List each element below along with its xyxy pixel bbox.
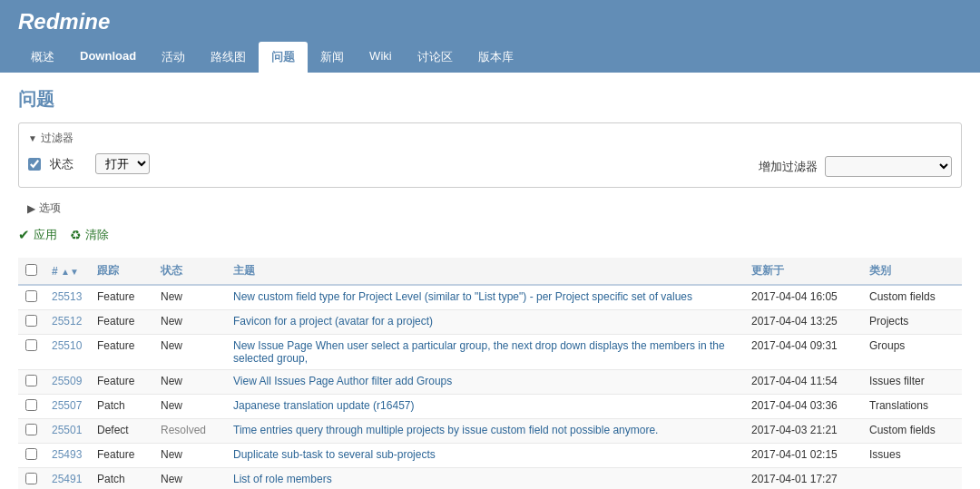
clear-label: 清除 <box>85 227 109 243</box>
issue-subject-link[interactable]: Duplicate sub-task to several sub-projec… <box>233 448 436 461</box>
check-icon: ✔ <box>18 227 30 243</box>
row-checkbox[interactable] <box>25 375 37 386</box>
row-subject: Time entries query through multiple proj… <box>226 419 744 444</box>
row-checkbox-cell <box>18 310 44 335</box>
status-filter-label: 状态 <box>50 156 86 172</box>
nav-item-2[interactable]: 活动 <box>149 42 198 73</box>
row-checkbox-cell <box>18 468 44 490</box>
issue-id-link[interactable]: 25509 <box>52 375 82 387</box>
row-status: New <box>153 310 226 335</box>
add-filter-select[interactable] <box>825 156 952 177</box>
row-status: New <box>153 444 226 468</box>
row-id: 25512 <box>44 310 90 335</box>
clear-button[interactable]: ♻ 清除 <box>70 227 109 243</box>
options-triangle-icon: ▶ <box>27 202 35 215</box>
th-updated[interactable]: 更新于 <box>744 258 862 285</box>
issue-subject-link[interactable]: New custom field type for Project Level … <box>233 290 692 303</box>
table-row: 25512FeatureNewFavicon for a project (av… <box>18 310 962 335</box>
issue-id-link[interactable]: 25493 <box>52 448 82 461</box>
app-header: Redmine 概述Download活动路线图问题新闻Wiki讨论区版本库 <box>0 0 980 73</box>
row-tracker: Feature <box>90 370 153 395</box>
issue-subject-link[interactable]: List of role members <box>233 473 332 485</box>
row-subject: New custom field type for Project Level … <box>226 285 744 310</box>
row-subject: Duplicate sub-task to several sub-projec… <box>226 444 744 468</box>
status-filter-select[interactable]: 打开 <box>95 153 150 174</box>
row-checkbox-cell <box>18 419 44 444</box>
row-checkbox[interactable] <box>25 290 37 302</box>
issue-id-link[interactable]: 25507 <box>52 399 82 412</box>
issue-subject-link[interactable]: Favicon for a project (avatar for a proj… <box>233 315 433 328</box>
table-row: 25493FeatureNewDuplicate sub-task to sev… <box>18 444 962 468</box>
row-status: New <box>153 285 226 310</box>
nav-item-7[interactable]: 讨论区 <box>405 42 466 73</box>
row-subject: List of role members <box>226 468 744 490</box>
nav-item-3[interactable]: 路线图 <box>198 42 259 73</box>
select-all-checkbox[interactable] <box>25 264 37 276</box>
nav-item-4[interactable]: 问题 <box>259 42 308 73</box>
th-id[interactable]: # ▲▼ <box>44 258 90 285</box>
row-tracker: Patch <box>90 468 153 490</box>
table-row: 25507PatchNewJapanese translation update… <box>18 395 962 419</box>
row-category: Groups <box>862 335 962 370</box>
nav-item-6[interactable]: Wiki <box>357 42 405 73</box>
issue-subject-link[interactable]: Time entries query through multiple proj… <box>233 424 658 436</box>
row-category: Projects <box>862 310 962 335</box>
row-tracker: Feature <box>90 335 153 370</box>
issue-id-link[interactable]: 25513 <box>52 290 82 303</box>
row-id: 25491 <box>44 468 90 490</box>
issue-id-link[interactable]: 25491 <box>52 473 82 485</box>
row-id: 25501 <box>44 419 90 444</box>
filter-section-label: 过滤器 <box>41 131 74 146</box>
row-checkbox[interactable] <box>25 448 37 460</box>
issue-subject-link[interactable]: New Issue Page When user select a partic… <box>233 339 725 365</box>
nav-item-0[interactable]: 概述 <box>18 42 67 73</box>
table-row: 25501DefectResolvedTime entries query th… <box>18 419 962 444</box>
row-checkbox[interactable] <box>25 424 37 435</box>
row-updated: 2017-04-04 13:25 <box>744 310 862 335</box>
options-toggle[interactable]: ▶ 选项 <box>27 200 953 216</box>
row-checkbox[interactable] <box>25 399 37 411</box>
nav-item-5[interactable]: 新闻 <box>308 42 357 73</box>
issue-id-link[interactable]: 25510 <box>52 339 82 352</box>
options-section: ▶ 选项 <box>18 197 962 220</box>
row-checkbox[interactable] <box>25 473 37 484</box>
table-header-row: # ▲▼ 跟踪 状态 主题 更新于 类别 <box>18 258 962 285</box>
row-updated: 2017-04-03 21:21 <box>744 419 862 444</box>
row-category: Translations <box>862 395 962 419</box>
row-category: Custom fields <box>862 419 962 444</box>
th-status[interactable]: 状态 <box>153 258 226 285</box>
app-title: Redmine <box>18 9 962 42</box>
row-updated: 2017-04-01 17:27 <box>744 468 862 490</box>
th-tracker[interactable]: 跟踪 <box>90 258 153 285</box>
table-row: 25491PatchNewList of role members2017-04… <box>18 468 962 490</box>
nav-item-8[interactable]: 版本库 <box>466 42 526 73</box>
nav-item-1[interactable]: Download <box>67 42 149 73</box>
row-category <box>862 468 962 490</box>
row-category: Issues <box>862 444 962 468</box>
row-subject: Japanese translation update (r16457) <box>226 395 744 419</box>
issue-subject-link[interactable]: View All Issues Page Author filter add G… <box>233 375 452 387</box>
action-row: ✔ 应用 ♻ 清除 <box>18 227 962 243</box>
row-status: New <box>153 335 226 370</box>
row-status: Resolved <box>153 419 226 444</box>
issue-id-link[interactable]: 25512 <box>52 315 82 328</box>
status-checkbox[interactable] <box>28 158 41 171</box>
filter-row-status: 状态 打开 <box>28 153 150 174</box>
issue-id-link[interactable]: 25501 <box>52 424 82 436</box>
row-checkbox-cell <box>18 395 44 419</box>
page-title: 问题 <box>18 87 962 112</box>
sort-id-icon: ▲▼ <box>61 267 79 277</box>
th-subject[interactable]: 主题 <box>226 258 744 285</box>
issue-subject-link[interactable]: Japanese translation update (r16457) <box>233 399 414 412</box>
filter-header: ▼ 过滤器 <box>28 131 952 146</box>
apply-button[interactable]: ✔ 应用 <box>18 227 57 243</box>
row-subject: Favicon for a project (avatar for a proj… <box>226 310 744 335</box>
row-updated: 2017-04-04 09:31 <box>744 335 862 370</box>
row-checkbox[interactable] <box>25 315 37 327</box>
row-id: 25510 <box>44 335 90 370</box>
row-id: 25509 <box>44 370 90 395</box>
row-tracker: Feature <box>90 444 153 468</box>
table-row: 25510FeatureNewNew Issue Page When user … <box>18 335 962 370</box>
row-checkbox[interactable] <box>25 339 37 351</box>
th-category[interactable]: 类别 <box>862 258 962 285</box>
